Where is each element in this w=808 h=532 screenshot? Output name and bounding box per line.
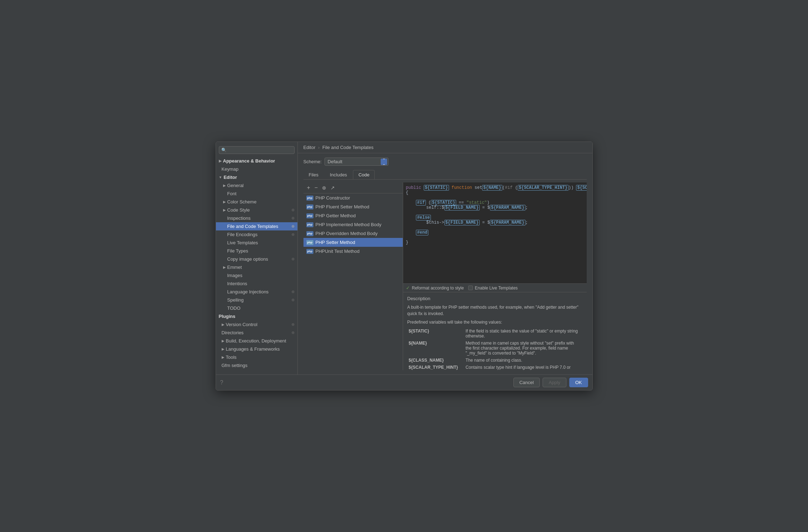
copy-icon: ⊕ (291, 289, 295, 294)
tabs: Files Includes Code (303, 170, 587, 180)
chevron-right-icon: ▶ (223, 183, 226, 187)
sidebar-item-images[interactable]: Images (216, 271, 297, 280)
sidebar-item-spelling[interactable]: Spelling ⊕ (216, 296, 297, 304)
chevron-right-icon: ▶ (223, 200, 226, 204)
live-templates-checkbox[interactable] (468, 286, 473, 290)
desc-row-static: ${STATIC} If the field is static takes t… (407, 328, 582, 340)
apply-button[interactable]: Apply (543, 378, 566, 387)
cancel-button[interactable]: Cancel (513, 378, 540, 387)
tab-files[interactable]: Files (303, 170, 324, 179)
content-area: Scheme: Default Project ⌃⌄ Files Include… (298, 153, 592, 374)
sidebar-item-plugins[interactable]: Plugins (216, 312, 297, 320)
description-text1: A built-in template for PHP setter metho… (407, 304, 582, 317)
sidebar-item-color-scheme[interactable]: ▶ Color Scheme (216, 198, 297, 206)
sidebar-item-gfm-settings[interactable]: Gfm settings (216, 361, 297, 369)
copy-icon: ⊕ (291, 257, 295, 261)
var-desc-name: Method name in camel caps style without … (464, 340, 582, 357)
file-item-phpunit-test[interactable]: php PHPUnit Test Method (303, 247, 403, 256)
copy-icon: ⊕ (291, 216, 295, 220)
file-item-php-fluent-setter[interactable]: php PHP Fluent Setter Method (303, 202, 403, 211)
scheme-select[interactable]: Default Project (324, 158, 389, 166)
chevron-right-icon: ▶ (222, 347, 225, 351)
sidebar-item-directories[interactable]: Directories ⊕ (216, 329, 297, 337)
php-icon: php (306, 196, 313, 201)
sidebar-item-inspections[interactable]: Inspections ⊕ (216, 214, 297, 222)
copy-icon: ⊕ (291, 224, 295, 229)
dialog-body: 🔍 ▶ Appearance & Behavior Keymap ▼ Edito… (216, 142, 592, 374)
main-content: Editor › File and Code Templates Scheme:… (298, 142, 592, 374)
search-box[interactable]: 🔍 (219, 146, 295, 154)
main-split: + − ⊕ ↗ php PHP Constructor php (303, 182, 587, 370)
sidebar-item-live-templates[interactable]: Live Templates (216, 239, 297, 247)
sidebar-item-keymap[interactable]: Keymap (216, 165, 297, 173)
var-desc-static: If the field is static takes the value o… (464, 328, 582, 340)
remove-button[interactable]: − (313, 184, 319, 192)
dialog-footer: ? Cancel Apply OK (216, 374, 592, 390)
sidebar: 🔍 ▶ Appearance & Behavior Keymap ▼ Edito… (216, 142, 298, 374)
right-panel: public ${STATIC} function set${NAME}(#if… (403, 182, 587, 370)
file-list-panel: + − ⊕ ↗ php PHP Constructor php (303, 182, 403, 370)
settings-dialog: 🔍 ▶ Appearance & Behavior Keymap ▼ Edito… (216, 142, 593, 390)
code-editor[interactable]: public ${STATIC} function set${NAME}(#if… (403, 182, 587, 283)
code-bottom: ✓ Reformat according to style Enable Liv… (403, 283, 587, 292)
copy-icon: ⊕ (291, 232, 295, 237)
import-button[interactable]: ↗ (329, 184, 336, 191)
desc-row-name: ${NAME} Method name in camel caps style … (407, 340, 582, 357)
file-item-php-overridden[interactable]: php PHP Overridden Method Body (303, 229, 403, 238)
chevron-right-icon: ▶ (222, 355, 225, 359)
sidebar-item-file-encodings[interactable]: File Encodings ⊕ (216, 230, 297, 239)
scheme-wrapper: Default Project ⌃⌄ (324, 158, 389, 166)
sidebar-item-language-injections[interactable]: Language Injections ⊕ (216, 288, 297, 296)
tab-includes[interactable]: Includes (324, 170, 352, 179)
sidebar-item-build-execution[interactable]: ▶ Build, Execution, Deployment (216, 337, 297, 345)
sidebar-item-file-types[interactable]: File Types (216, 247, 297, 255)
search-input[interactable] (228, 148, 292, 153)
toolbar: + − ⊕ ↗ (303, 182, 403, 193)
scheme-label: Scheme: (303, 159, 322, 164)
checkmark-icon: ✓ (406, 285, 410, 291)
description-text2: Predefined variables will take the follo… (407, 319, 582, 325)
file-item-php-constructor[interactable]: php PHP Constructor (303, 193, 403, 202)
tab-code[interactable]: Code (353, 170, 375, 179)
chevron-right-icon: ▶ (219, 159, 222, 163)
var-name-scalar: ${SCALAR_TYPE_HINT} (407, 364, 464, 370)
ok-button[interactable]: OK (569, 378, 588, 387)
sidebar-item-copy-image[interactable]: Copy image options ⊕ (216, 255, 297, 263)
add-button[interactable]: + (306, 184, 312, 192)
sidebar-item-code-style[interactable]: ▶ Code Style ⊕ (216, 206, 297, 214)
sidebar-item-languages-frameworks[interactable]: ▶ Languages & Frameworks (216, 345, 297, 353)
php-icon: php (306, 249, 313, 254)
sidebar-item-emmet[interactable]: ▶ Emmet (216, 263, 297, 271)
scheme-row: Scheme: Default Project ⌃⌄ (303, 158, 587, 166)
file-item-php-getter[interactable]: php PHP Getter Method (303, 211, 403, 220)
copy-button[interactable]: ⊕ (321, 184, 328, 191)
sidebar-item-general[interactable]: ▶ General (216, 181, 297, 190)
search-icon: 🔍 (221, 148, 227, 153)
breadcrumb: Editor › File and Code Templates (298, 142, 592, 153)
live-templates-label: Enable Live Templates (475, 286, 518, 291)
description-table: ${STATIC} If the field is static takes t… (407, 328, 582, 370)
chevron-right-icon: ▶ (223, 208, 226, 212)
sidebar-item-version-control[interactable]: ▶ Version Control ⊕ (216, 320, 297, 329)
sidebar-item-tools[interactable]: ▶ Tools (216, 353, 297, 361)
copy-icon: ⊕ (291, 298, 295, 302)
sidebar-item-file-code-templates[interactable]: File and Code Templates ⊕ (216, 222, 297, 230)
reformat-row: ✓ Reformat according to style (406, 285, 464, 291)
file-list: php PHP Constructor php PHP Fluent Sette… (303, 193, 403, 370)
description-panel: Description A built-in template for PHP … (403, 292, 587, 370)
copy-icon: ⊕ (291, 322, 295, 327)
file-item-php-implemented[interactable]: php PHP Implemented Method Body (303, 220, 403, 229)
copy-icon: ⊕ (291, 208, 295, 212)
php-icon: php (306, 222, 313, 227)
php-icon: php (306, 240, 313, 245)
sidebar-item-font[interactable]: Font (216, 190, 297, 198)
var-desc-scalar: Contains scalar type hint if language le… (464, 364, 582, 370)
sidebar-item-intentions[interactable]: Intentions (216, 280, 297, 288)
sidebar-item-editor[interactable]: ▼ Editor (216, 173, 297, 181)
sidebar-item-appearance[interactable]: ▶ Appearance & Behavior (216, 157, 297, 165)
desc-row-scalar: ${SCALAR_TYPE_HINT} Contains scalar type… (407, 364, 582, 370)
help-icon[interactable]: ? (220, 379, 223, 386)
reformat-label: Reformat according to style (412, 286, 464, 291)
sidebar-item-todo[interactable]: TODO (216, 304, 297, 312)
file-item-php-setter[interactable]: php PHP Setter Method (303, 238, 403, 247)
